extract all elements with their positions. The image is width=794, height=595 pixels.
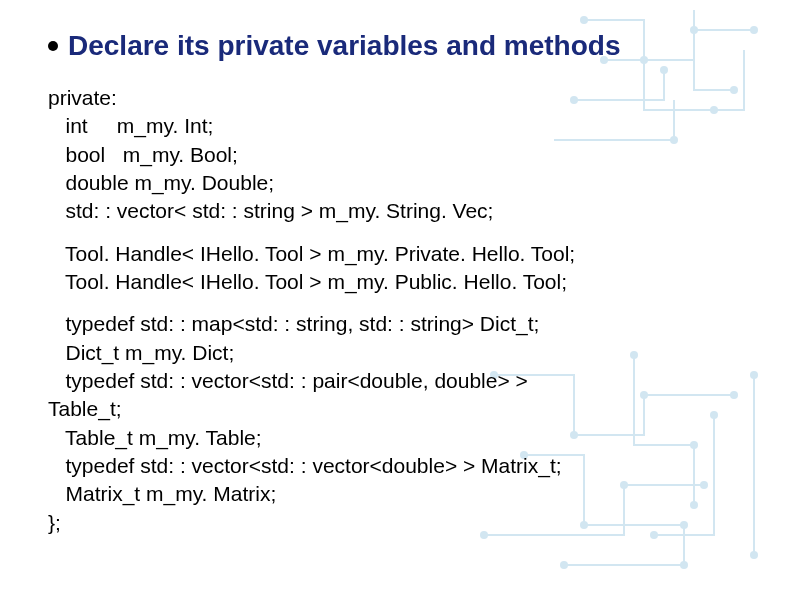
code-line: typedef std: : vector<std: : vector<doub… bbox=[48, 452, 754, 480]
code-line: private: bbox=[48, 84, 754, 112]
code-line: typedef std: : map<std: : string, std: :… bbox=[48, 310, 754, 338]
title-row: Declare its private variables and method… bbox=[48, 30, 754, 62]
code-line: Tool. Handle< IHello. Tool > m_my. Priva… bbox=[48, 240, 754, 268]
code-line: double m_my. Double; bbox=[48, 169, 754, 197]
code-line: Table_t m_my. Table; bbox=[48, 424, 754, 452]
code-line: }; bbox=[48, 509, 754, 537]
slide-title: Declare its private variables and method… bbox=[68, 30, 620, 62]
code-line: Tool. Handle< IHello. Tool > m_my. Publi… bbox=[48, 268, 754, 296]
code-line: Table_t; bbox=[48, 395, 754, 423]
code-line: typedef std: : vector<std: : pair<double… bbox=[48, 367, 754, 395]
code-line: Dict_t m_my. Dict; bbox=[48, 339, 754, 367]
bullet-icon bbox=[48, 41, 58, 51]
code-line: Matrix_t m_my. Matrix; bbox=[48, 480, 754, 508]
code-line: bool m_my. Bool; bbox=[48, 141, 754, 169]
slide: Declare its private variables and method… bbox=[0, 0, 794, 595]
code-line: std: : vector< std: : string > m_my. Str… bbox=[48, 197, 754, 225]
code-block: private: int m_my. Int; bool m_my. Bool;… bbox=[48, 84, 754, 537]
code-line: int m_my. Int; bbox=[48, 112, 754, 140]
